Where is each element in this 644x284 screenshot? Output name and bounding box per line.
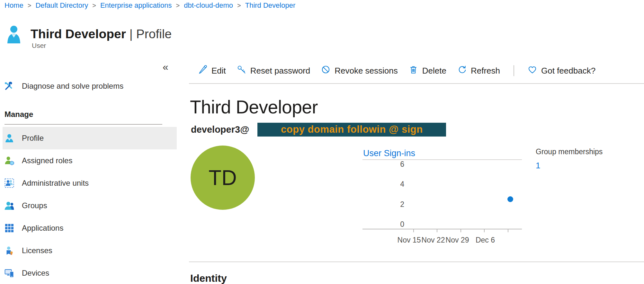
admin-units-icon: [4, 178, 14, 188]
groups-icon: [4, 201, 14, 210]
page-subtitle: User: [32, 42, 46, 49]
group-memberships: Group memberships 1: [536, 147, 603, 171]
sidebar-item-label: Administrative units: [22, 179, 89, 188]
x-axis-tick-label: Dec 6: [469, 236, 501, 244]
sidebar-item-label: Devices: [22, 269, 49, 278]
trash-icon: [409, 65, 418, 76]
user-signins-chart: User Sign-ins 6 4 2 0 Nov 15 Nov 22 Nov …: [362, 145, 522, 254]
sidebar-divider: [4, 124, 162, 125]
edit-button[interactable]: Edit: [198, 65, 226, 76]
breadcrumb-default-directory[interactable]: Default Directory: [35, 1, 88, 10]
toolbar-button-label: Edit: [211, 66, 226, 76]
signin-data-point: [507, 196, 513, 202]
x-axis-tick-label: Nov 29: [441, 236, 473, 244]
x-axis-tick: [413, 229, 414, 232]
toolbar-separator: [514, 65, 514, 76]
identity-section-heading: Identity: [190, 272, 227, 284]
sidebar-item-diagnose[interactable]: Diagnose and solve problems: [0, 77, 177, 95]
assigned-roles-icon: [4, 156, 14, 165]
refresh-button[interactable]: Refresh: [457, 65, 500, 76]
group-memberships-count-link[interactable]: 1: [536, 161, 603, 171]
user-icon: [6, 25, 21, 46]
sidebar-item-groups[interactable]: Groups: [3, 194, 177, 217]
sidebar-item-label: Applications: [22, 224, 63, 233]
sidebar-item-label: Profile: [22, 134, 44, 143]
y-axis-tick-label: 6: [375, 160, 404, 169]
page-title-name: Third Developer: [31, 27, 126, 41]
sidebar-item-administrative-units[interactable]: Administrative units: [3, 172, 177, 194]
breadcrumb-enterprise-applications[interactable]: Enterprise applications: [100, 1, 172, 10]
heart-icon: [528, 65, 537, 76]
sidebar-item-label: Diagnose and solve problems: [22, 82, 123, 91]
breadcrumb-separator: >: [237, 2, 241, 9]
toolbar-button-label: Got feedback?: [541, 66, 595, 76]
page-title-suffix: Profile: [136, 27, 172, 41]
sidebar-item-devices[interactable]: Devices: [3, 262, 177, 284]
sidebar-item-assigned-roles[interactable]: Assigned roles: [3, 149, 177, 172]
breadcrumb-dbt-cloud-demo[interactable]: dbt-cloud-demo: [184, 1, 233, 10]
person-icon: [4, 133, 14, 143]
sidebar-section-manage: Manage: [0, 110, 177, 119]
x-axis-tick: [437, 229, 437, 232]
x-axis-tick: [508, 229, 508, 232]
toolbar-button-label: Refresh: [471, 66, 500, 76]
got-feedback-button[interactable]: Got feedback?: [528, 65, 595, 76]
page-title-divider: |: [130, 27, 133, 41]
revoke-sessions-button[interactable]: Revoke sessions: [321, 65, 398, 76]
user-display-name: Third Developer: [190, 96, 318, 118]
diagnose-tools-icon: [4, 81, 13, 91]
sidebar-item-label: Licenses: [22, 246, 52, 255]
x-axis-line: [362, 229, 522, 229]
devices-icon: [4, 268, 14, 278]
breadcrumb-third-developer[interactable]: Third Developer: [245, 1, 296, 10]
licenses-icon: [4, 246, 14, 255]
user-principal-name-row: developer3@ copy domain followin @ sign: [191, 122, 446, 137]
sidebar-item-licenses[interactable]: Licenses: [3, 239, 177, 262]
sidebar-item-profile[interactable]: Profile: [3, 127, 177, 149]
sidebar-item-label: Groups: [22, 201, 47, 210]
breadcrumb-separator: >: [92, 2, 96, 9]
breadcrumb: Home > Default Directory > Enterprise ap…: [4, 1, 295, 10]
y-axis-tick-label: 4: [375, 180, 404, 189]
y-axis-tick-label: 2: [375, 200, 404, 209]
sidebar: Diagnose and solve problems Manage Profi…: [0, 77, 177, 284]
breadcrumb-separator: >: [28, 2, 31, 9]
azure-user-profile-page: Home > Default Directory > Enterprise ap…: [0, 0, 644, 284]
toolbar-button-label: Revoke sessions: [335, 66, 398, 76]
toolbar: Edit Reset password Revoke sessions: [189, 62, 644, 80]
sidebar-collapse-button[interactable]: «: [163, 61, 168, 73]
y-axis-tick-label: 0: [375, 220, 404, 229]
avatar: TD: [191, 146, 255, 210]
user-signins-link[interactable]: User Sign-ins: [363, 148, 415, 158]
email-prefix: developer3@: [191, 124, 249, 135]
redaction-overlay: copy domain followin @ sign: [257, 123, 446, 137]
toolbar-button-label: Reset password: [250, 66, 310, 76]
toolbar-divider: [189, 83, 644, 84]
x-axis-tick: [461, 229, 461, 232]
sidebar-item-applications[interactable]: Applications: [3, 217, 177, 239]
breadcrumb-home[interactable]: Home: [4, 1, 23, 10]
block-icon: [321, 65, 330, 76]
delete-button[interactable]: Delete: [409, 65, 446, 76]
pencil-icon: [198, 65, 207, 76]
group-memberships-label: Group memberships: [536, 147, 603, 156]
refresh-icon: [457, 65, 467, 76]
x-axis-tick: [484, 229, 485, 232]
reset-password-button[interactable]: Reset password: [237, 65, 310, 76]
breadcrumb-separator: >: [176, 2, 180, 9]
sidebar-item-label: Assigned roles: [22, 156, 72, 165]
section-divider: [189, 262, 644, 262]
toolbar-button-label: Delete: [422, 66, 446, 76]
key-icon: [237, 65, 246, 76]
applications-grid-icon: [4, 223, 14, 233]
page-title: Third Developer | Profile: [31, 27, 172, 41]
